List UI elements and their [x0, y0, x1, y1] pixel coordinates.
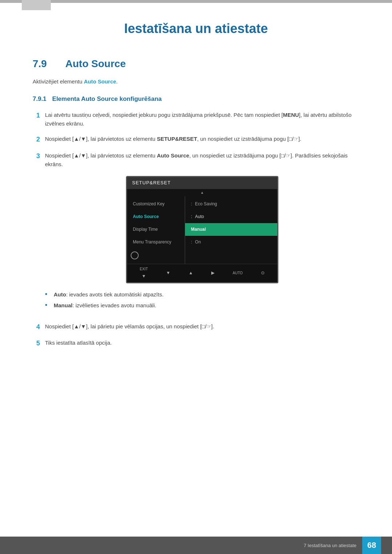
monitor-container: SETUP&RESET ▲ Customized Key Auto Source — [126, 176, 278, 283]
menu-bold: MENU — [283, 112, 299, 118]
osd-left-panel: Customized Key Auto Source Display Time … — [127, 196, 185, 264]
main-content: Iestatīšana un atiestate 7.9 Auto Source… — [0, 3, 392, 384]
osd-right-eco-saving: : Eco Saving — [185, 198, 277, 210]
osd-item-customized-key: Customized Key — [127, 198, 185, 210]
bullet-auto: • Auto: ievades avots tiek automātiski a… — [45, 291, 359, 299]
subsection-number: 7.9.1 — [33, 95, 46, 103]
toolbar-exit: EXIT ▼ — [140, 266, 148, 280]
step-1: Lai atvērtu taustiņu ceļvedi, nospiediet… — [33, 111, 359, 128]
osd-right-on: : On — [185, 236, 277, 249]
toolbar-up: ▲ — [189, 270, 193, 276]
toolbar-up-icon: ▲ — [189, 270, 193, 276]
section-number: 7.9 — [33, 58, 58, 70]
toolbar-auto: AUTO — [233, 270, 243, 276]
bullet-dot-manual: • — [45, 301, 50, 309]
osd-toolbar: EXIT ▼ ▼ ▲ — [127, 264, 277, 282]
toolbar-exit-icon: ▼ — [142, 273, 146, 280]
section-heading: 7.9 Auto Source — [33, 58, 359, 70]
bullet-manual-text: Manual: izvēlieties ievades avotu manuāl… — [54, 301, 156, 310]
eco-label: Eco Saving — [195, 201, 217, 208]
toolbar-power: ⊙ — [261, 270, 265, 276]
osd-menu: SETUP&RESET ▲ Customized Key Auto Source — [127, 177, 277, 282]
bullet-auto-text: Auto: ievades avots tiek automātiski atp… — [54, 291, 164, 299]
step-4: Nospiediet [▲/▼], lai pārietu pie vēlamā… — [33, 322, 359, 332]
step-4-text: Nospiediet [▲/▼], lai pārietu pie vēlamā… — [45, 323, 214, 329]
toolbar-right-icon: ▶ — [211, 270, 215, 276]
bullet-dot-auto: • — [45, 291, 50, 299]
subsection-title: Elementa Auto Source konfigurēšana — [52, 95, 162, 103]
page-container: Iestatīšana un atiestate 7.9 Auto Source… — [0, 0, 392, 554]
auto-source-bold: Auto Source — [157, 152, 189, 159]
on-colon: : — [191, 239, 192, 246]
setup-reset-bold: SETUP&RESET — [157, 136, 197, 142]
step-5-text: Tiks iestatīta atlasītā opcija. — [45, 340, 112, 346]
page-title: Iestatīšana un atiestate — [33, 21, 359, 36]
auto-manual-list: • Auto: ievades avots tiek automātiski a… — [45, 291, 359, 310]
osd-title-bar: SETUP&RESET — [127, 177, 277, 189]
osd-right-auto: : Auto — [185, 210, 277, 223]
intro-highlight: Auto Source — [84, 78, 116, 85]
auto-option: Auto — [195, 213, 204, 220]
osd-arrow: ▲ — [127, 189, 277, 196]
toolbar-down-icon: ▼ — [166, 270, 171, 276]
step-2-content: Nospiediet [▲/▼], lai pārvietotos uz ele… — [45, 135, 359, 143]
top-tab — [22, 0, 51, 10]
monitor-screen: SETUP&RESET ▲ Customized Key Auto Source — [126, 176, 278, 283]
osd-right-panel: : Eco Saving : Auto Manual — [185, 196, 277, 264]
intro-paragraph: Aktivizējiet elementu Auto Source. — [33, 78, 359, 85]
section-title: Auto Source — [65, 58, 126, 70]
eco-colon: : — [191, 201, 192, 208]
osd-item-auto-source: Auto Source — [127, 210, 185, 223]
osd-title-text: SETUP&RESET — [132, 180, 171, 185]
intro-end: . — [116, 78, 118, 85]
toolbar-auto-label: AUTO — [233, 270, 243, 276]
osd-right-manual: Manual — [185, 223, 277, 236]
footer-page-number: 68 — [362, 537, 381, 554]
top-stripe — [0, 0, 392, 3]
toolbar-down: ▼ — [166, 270, 171, 276]
subsection-heading: 7.9.1 Elementa Auto Source konfigurēšana — [33, 95, 359, 103]
bullet-manual: • Manual: izvēlieties ievades avotu manu… — [45, 301, 359, 310]
intro-text: Aktivizējiet elementu — [33, 78, 84, 85]
manual-option: Manual — [191, 226, 206, 233]
on-option: On — [195, 239, 201, 246]
toolbar-right: ▶ — [211, 270, 215, 276]
osd-item-menu-transparency: Menu Transparency — [127, 236, 185, 249]
step-5-content: Tiks iestatīta atlasītā opcija. — [45, 338, 359, 347]
step-1-content: Lai atvērtu taustiņu ceļvedi, nospiediet… — [45, 111, 359, 128]
numbered-list: Lai atvērtu taustiņu ceļvedi, nospiediet… — [33, 111, 359, 349]
step-1-text: Lai atvērtu taustiņu ceļvedi, nospiediet… — [45, 112, 352, 127]
step-5: Tiks iestatīta atlasītā opcija. — [33, 338, 359, 349]
gear-icon — [131, 251, 139, 259]
auto-colon: : — [191, 213, 192, 220]
osd-body: Customized Key Auto Source Display Time … — [127, 196, 277, 264]
step-3-content: Nospiediet [▲/▼], lai pārvietotos uz ele… — [45, 151, 359, 316]
step-3-text: Nospiediet [▲/▼], lai pārvietotos uz ele… — [45, 152, 348, 167]
step-2: Nospiediet [▲/▼], lai pārvietotos uz ele… — [33, 135, 359, 145]
osd-gear-row — [127, 249, 185, 262]
toolbar-exit-label: EXIT — [140, 266, 148, 272]
footer: 7 Iestatīšana un atiestate 68 — [0, 537, 392, 554]
power-icon: ⊙ — [261, 270, 265, 276]
step-4-content: Nospiediet [▲/▼], lai pārietu pie vēlamā… — [45, 322, 359, 331]
footer-section-text: 7 Iestatīšana un atiestate — [304, 543, 356, 548]
step-3: Nospiediet [▲/▼], lai pārvietotos uz ele… — [33, 151, 359, 316]
osd-item-display-time: Display Time — [127, 223, 185, 236]
step-2-text: Nospiediet [▲/▼], lai pārvietotos uz ele… — [45, 136, 301, 142]
